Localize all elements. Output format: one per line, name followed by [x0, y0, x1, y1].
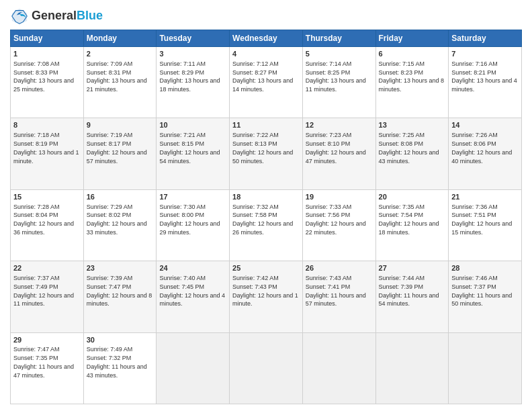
day-number: 11	[232, 120, 300, 130]
page: GeneralBlue Sunday Monday Tuesday Wednes…	[0, 0, 532, 411]
day-number: 2	[87, 49, 154, 59]
daylight-text: Daylight: 11 hours and 54 minutes.	[379, 292, 439, 308]
sunrise-text: Sunrise: 7:29 AM	[87, 203, 133, 210]
sunrise-text: Sunrise: 7:49 AM	[87, 346, 133, 353]
sunset-text: Sunset: 8:00 PM	[159, 212, 204, 218]
table-row: 19 Sunrise: 7:33 AM Sunset: 7:56 PM Dayl…	[302, 189, 375, 261]
day-number: 7	[451, 49, 519, 59]
table-row: 11 Sunrise: 7:22 AM Sunset: 8:13 PM Dayl…	[230, 118, 303, 189]
sunrise-text: Sunrise: 7:08 AM	[13, 60, 60, 67]
sunrise-text: Sunrise: 7:47 AM	[13, 346, 60, 353]
day-number: 21	[451, 192, 519, 202]
col-thursday: Thursday	[302, 30, 375, 47]
day-number: 5	[306, 49, 373, 59]
calendar-week-row: 8 Sunrise: 7:18 AM Sunset: 8:19 PM Dayli…	[11, 118, 522, 189]
col-friday: Friday	[375, 30, 449, 47]
sunrise-text: Sunrise: 7:33 AM	[306, 203, 352, 210]
table-row: 10 Sunrise: 7:21 AM Sunset: 8:15 PM Dayl…	[157, 118, 230, 189]
sunrise-text: Sunrise: 7:12 AM	[232, 60, 279, 67]
day-number: 18	[232, 192, 300, 202]
table-row: 9 Sunrise: 7:19 AM Sunset: 8:17 PM Dayli…	[83, 118, 157, 189]
sunset-text: Sunset: 7:43 PM	[232, 283, 277, 290]
daylight-text: Daylight: 13 hours and 11 minutes.	[306, 77, 366, 93]
daylight-text: Daylight: 12 hours and 50 minutes.	[232, 149, 293, 165]
day-number: 8	[13, 120, 81, 130]
daylight-text: Daylight: 12 hours and 54 minutes.	[159, 149, 220, 165]
logo-general-line: GeneralBlue	[32, 9, 103, 23]
daylight-text: Daylight: 12 hours and 4 minutes.	[159, 292, 225, 308]
sunset-text: Sunset: 8:15 PM	[159, 140, 204, 147]
day-number: 20	[379, 192, 446, 202]
table-row: 1 Sunrise: 7:08 AM Sunset: 8:33 PM Dayli…	[11, 47, 84, 118]
daylight-text: Daylight: 12 hours and 22 minutes.	[306, 220, 366, 236]
daylight-text: Daylight: 12 hours and 29 minutes.	[159, 220, 220, 236]
table-row: 15 Sunrise: 7:28 AM Sunset: 8:04 PM Dayl…	[11, 189, 84, 261]
day-number: 25	[232, 263, 300, 273]
sunset-text: Sunset: 7:49 PM	[13, 283, 58, 290]
table-row	[230, 332, 303, 404]
sunrise-text: Sunrise: 7:22 AM	[232, 132, 279, 138]
table-row: 6 Sunrise: 7:15 AM Sunset: 8:23 PM Dayli…	[375, 47, 449, 118]
logo: GeneralBlue	[10, 7, 103, 26]
table-row: 7 Sunrise: 7:16 AM Sunset: 8:21 PM Dayli…	[449, 47, 522, 118]
daylight-text: Daylight: 12 hours and 40 minutes.	[451, 149, 512, 165]
col-saturday: Saturday	[449, 30, 522, 47]
sunrise-text: Sunrise: 7:39 AM	[87, 275, 133, 281]
col-wednesday: Wednesday	[230, 30, 303, 47]
sunrise-text: Sunrise: 7:32 AM	[232, 203, 279, 210]
daylight-text: Daylight: 12 hours and 8 minutes.	[87, 292, 152, 308]
daylight-text: Daylight: 13 hours and 14 minutes.	[232, 77, 293, 93]
table-row	[157, 332, 230, 404]
day-number: 9	[87, 120, 154, 130]
sunrise-text: Sunrise: 7:42 AM	[232, 275, 279, 281]
sunset-text: Sunset: 8:29 PM	[159, 69, 204, 76]
table-row: 16 Sunrise: 7:29 AM Sunset: 8:02 PM Dayl…	[83, 189, 157, 261]
table-row: 23 Sunrise: 7:39 AM Sunset: 7:47 PM Dayl…	[83, 261, 157, 332]
sunset-text: Sunset: 7:47 PM	[87, 283, 132, 290]
day-number: 4	[232, 49, 300, 59]
daylight-text: Daylight: 12 hours and 18 minutes.	[379, 220, 439, 236]
table-row: 29 Sunrise: 7:47 AM Sunset: 7:35 PM Dayl…	[11, 332, 84, 404]
table-row: 25 Sunrise: 7:42 AM Sunset: 7:43 PM Dayl…	[230, 261, 303, 332]
day-number: 14	[451, 120, 519, 130]
sunset-text: Sunset: 7:58 PM	[232, 212, 277, 218]
daylight-text: Daylight: 12 hours and 26 minutes.	[232, 220, 293, 236]
day-number: 30	[87, 335, 154, 345]
sunrise-text: Sunrise: 7:14 AM	[306, 60, 352, 67]
sunrise-text: Sunrise: 7:37 AM	[13, 275, 60, 281]
sunrise-text: Sunrise: 7:23 AM	[306, 132, 352, 138]
sunset-text: Sunset: 7:51 PM	[451, 212, 496, 218]
day-number: 6	[379, 49, 446, 59]
sunset-text: Sunset: 7:54 PM	[379, 212, 424, 218]
daylight-text: Daylight: 13 hours and 18 minutes.	[159, 77, 220, 93]
col-tuesday: Tuesday	[157, 30, 230, 47]
sunrise-text: Sunrise: 7:15 AM	[379, 60, 425, 67]
daylight-text: Daylight: 11 hours and 43 minutes.	[87, 363, 147, 379]
daylight-text: Daylight: 12 hours and 36 minutes.	[13, 220, 74, 236]
table-row: 14 Sunrise: 7:26 AM Sunset: 8:06 PM Dayl…	[449, 118, 522, 189]
day-number: 29	[13, 335, 81, 345]
daylight-text: Daylight: 12 hours and 15 minutes.	[451, 220, 512, 236]
table-row: 8 Sunrise: 7:18 AM Sunset: 8:19 PM Dayli…	[11, 118, 84, 189]
daylight-text: Daylight: 11 hours and 57 minutes.	[306, 292, 366, 308]
sunrise-text: Sunrise: 7:35 AM	[379, 203, 425, 210]
sunrise-text: Sunrise: 7:36 AM	[451, 203, 498, 210]
day-number: 1	[13, 49, 81, 59]
day-number: 22	[13, 263, 81, 273]
sunset-text: Sunset: 7:41 PM	[306, 283, 351, 290]
day-number: 3	[159, 49, 226, 59]
sunset-text: Sunset: 7:35 PM	[13, 355, 58, 361]
day-number: 10	[159, 120, 226, 130]
sunrise-text: Sunrise: 7:11 AM	[159, 60, 206, 67]
sunset-text: Sunset: 8:27 PM	[232, 69, 277, 76]
table-row: 28 Sunrise: 7:46 AM Sunset: 7:37 PM Dayl…	[449, 261, 522, 332]
daylight-text: Daylight: 12 hours and 33 minutes.	[87, 220, 147, 236]
col-sunday: Sunday	[11, 30, 84, 47]
table-row: 27 Sunrise: 7:44 AM Sunset: 7:39 PM Dayl…	[375, 261, 449, 332]
sunset-text: Sunset: 8:33 PM	[13, 69, 58, 76]
sunrise-text: Sunrise: 7:44 AM	[379, 275, 425, 281]
sunset-text: Sunset: 8:13 PM	[232, 140, 277, 147]
day-number: 13	[379, 120, 446, 130]
table-row: 26 Sunrise: 7:43 AM Sunset: 7:41 PM Dayl…	[302, 261, 375, 332]
sunset-text: Sunset: 8:04 PM	[13, 212, 58, 218]
